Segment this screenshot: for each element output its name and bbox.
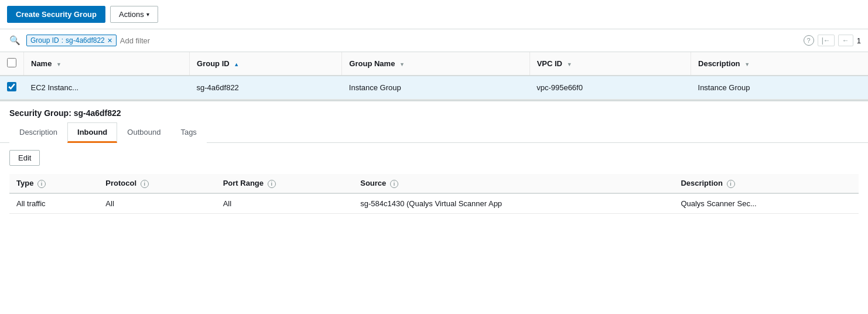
tab-inbound[interactable]: Inbound — [67, 122, 117, 143]
actions-button[interactable]: Actions ▾ — [110, 6, 158, 23]
inbound-row-description: Qualys Scanner Sec... — [674, 193, 859, 214]
close-icon[interactable]: ✕ — [107, 37, 112, 45]
inbound-col-description: Description i — [674, 174, 859, 193]
inbound-desc-info-icon[interactable]: i — [727, 180, 735, 188]
sort-icon-name: ▼ — [56, 62, 61, 67]
inbound-col-protocol: Protocol i — [98, 174, 216, 193]
col-description[interactable]: Description ▼ — [691, 52, 868, 76]
inbound-row-source: sg-584c1430 (Qualys Virtual Scanner App — [353, 193, 674, 214]
search-icon: 🔍 — [7, 34, 23, 47]
inbound-col-source-label: Source — [360, 179, 386, 187]
chevron-down-icon: ▾ — [146, 11, 149, 18]
search-right: ? |← ← 1 — [804, 35, 861, 46]
col-name-label: Name — [31, 59, 52, 68]
row-checkbox-cell[interactable] — [0, 76, 24, 100]
col-group-id[interactable]: Group ID ▲ — [190, 52, 342, 76]
actions-label: Actions — [119, 10, 144, 19]
protocol-info-icon[interactable]: i — [141, 180, 149, 188]
table-row[interactable]: EC2 Instanc... sg-4a6df822 Instance Grou… — [0, 76, 868, 100]
inbound-row-type: All traffic — [9, 193, 98, 214]
port-range-info-icon[interactable]: i — [268, 180, 276, 188]
source-info-icon[interactable]: i — [390, 180, 398, 188]
pagination-back-button[interactable]: ← — [838, 35, 853, 46]
security-groups-table: Name ▼ Group ID ▲ Group Name ▼ VPC ID ▼ … — [0, 52, 868, 100]
col-group-name[interactable]: Group Name ▼ — [342, 52, 529, 76]
inbound-col-protocol-label: Protocol — [105, 179, 136, 187]
toolbar: Create Security Group Actions ▾ — [0, 0, 868, 29]
sort-icon-vpc-id: ▼ — [567, 62, 572, 67]
row-name: EC2 Instanc... — [24, 76, 190, 100]
tab-tags[interactable]: Tags — [170, 122, 206, 143]
filter-value: sg-4a6df822 — [66, 36, 105, 45]
col-description-label: Description — [698, 59, 740, 68]
row-checkbox[interactable] — [7, 82, 16, 91]
pagination-prev-button[interactable]: |← — [818, 35, 835, 46]
tabs: Description Inbound Outbound Tags — [0, 122, 868, 143]
inbound-rule-row: All traffic All All sg-584c1430 (Qualys … — [9, 193, 859, 214]
col-name[interactable]: Name ▼ — [24, 52, 190, 76]
inbound-section: Edit Type i Protocol i Port Range i — [0, 143, 868, 221]
filter-key: Group ID — [30, 36, 59, 45]
sort-icon-description: ▼ — [744, 62, 750, 67]
inbound-row-protocol: All — [98, 193, 216, 214]
tab-description[interactable]: Description — [9, 122, 67, 143]
sort-icon-group-id: ▲ — [234, 62, 239, 67]
inbound-header-row: Type i Protocol i Port Range i Source i — [9, 174, 859, 193]
edit-button[interactable]: Edit — [9, 150, 40, 166]
inbound-row-port-range: All — [216, 193, 354, 214]
inbound-col-description-label: Description — [681, 179, 723, 187]
detail-panel: Security Group: sg-4a6df822 Description … — [0, 100, 868, 221]
create-security-group-button[interactable]: Create Security Group — [7, 6, 105, 23]
inbound-col-source: Source i — [353, 174, 674, 193]
tab-outbound[interactable]: Outbound — [117, 122, 170, 143]
filter-separator: : — [61, 36, 63, 45]
search-bar: 🔍 Group ID : sg-4a6df822 ✕ ? |← ← 1 — [0, 29, 868, 52]
col-vpc-id[interactable]: VPC ID ▼ — [529, 52, 691, 76]
inbound-rules-table: Type i Protocol i Port Range i Source i — [9, 174, 859, 214]
inbound-col-type-label: Type — [16, 179, 33, 187]
detail-title: Security Group: sg-4a6df822 — [0, 101, 868, 118]
page-number: 1 — [857, 36, 861, 45]
row-group-id: sg-4a6df822 — [190, 76, 342, 100]
select-all-checkbox[interactable] — [7, 58, 16, 67]
inbound-col-port-range: Port Range i — [216, 174, 354, 193]
filter-tag[interactable]: Group ID : sg-4a6df822 ✕ — [26, 35, 117, 46]
row-group-name: Instance Group — [342, 76, 529, 100]
table-header-row: Name ▼ Group ID ▲ Group Name ▼ VPC ID ▼ … — [0, 52, 868, 76]
select-all-header[interactable] — [0, 52, 24, 76]
type-info-icon[interactable]: i — [37, 180, 46, 188]
inbound-col-type: Type i — [9, 174, 98, 193]
col-group-name-label: Group Name — [349, 59, 395, 68]
col-vpc-id-label: VPC ID — [537, 59, 562, 68]
row-vpc-id: vpc-995e66f0 — [529, 76, 691, 100]
sort-icon-group-name: ▼ — [399, 62, 405, 67]
col-group-id-label: Group ID — [197, 59, 230, 68]
help-icon[interactable]: ? — [804, 35, 814, 46]
add-filter-input[interactable] — [120, 36, 800, 45]
inbound-col-port-range-label: Port Range — [223, 179, 264, 187]
row-description: Instance Group — [691, 76, 868, 100]
